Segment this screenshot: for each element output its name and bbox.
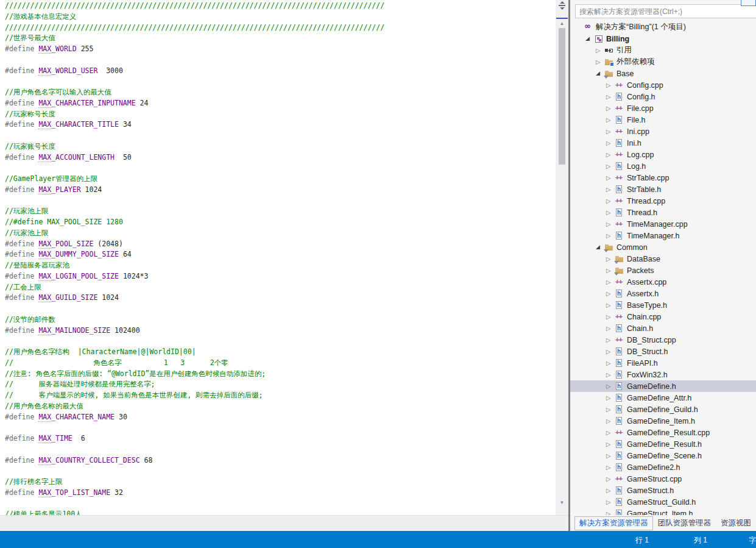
tree-item[interactable]: ▷TimeManager.cpp [570, 218, 756, 230]
expand-icon[interactable]: ▷ [606, 149, 615, 160]
tree-item[interactable]: ▷Log.h [570, 160, 756, 172]
expand-icon[interactable]: ▷ [606, 183, 615, 195]
tree-item[interactable]: ◢Base [570, 68, 756, 79]
code-line[interactable]: #define MAX_TOP_LIST_NAME 32 [5, 488, 556, 499]
tab-solution-explorer[interactable]: 解决方案资源管理器 [574, 516, 653, 530]
expand-icon[interactable]: ▷ [606, 311, 615, 322]
expand-icon[interactable]: ▷ [606, 461, 615, 473]
code-line[interactable]: //登陆服务器玩家池 [5, 260, 556, 271]
tree-item[interactable]: ◢Billing [570, 33, 756, 44]
code-line[interactable] [5, 130, 556, 141]
tree-item[interactable]: ▷Assertx.cpp [570, 276, 756, 288]
code-line[interactable]: ////////////////////////////////////////… [5, 23, 556, 34]
editor-splitter-handle[interactable] [556, 0, 568, 11]
tree-item[interactable]: ▷引用 [570, 44, 756, 56]
code-line[interactable]: //用户角色名称的最大值 [5, 401, 556, 412]
code-line[interactable]: #define MAX_CHARACTER_TITLE 34 [5, 119, 556, 130]
code-line[interactable]: #define MAX_PLAYER 1024 [5, 185, 556, 196]
collapse-icon[interactable]: ◢ [596, 241, 604, 253]
code-line[interactable]: //世界号最大值 [5, 33, 556, 44]
tree-item[interactable]: ▷BaseType.h [570, 299, 756, 311]
code-line[interactable] [5, 336, 556, 347]
code-line[interactable]: #define MAX_POOL_SIZE (2048) [5, 239, 556, 250]
code-line[interactable] [5, 163, 556, 174]
tree-item[interactable]: ▷GameDefine_Guild.h [570, 404, 756, 415]
collapse-icon[interactable]: ◢ [596, 68, 604, 79]
expand-icon[interactable]: ▷ [606, 357, 615, 369]
tree-item[interactable]: ▷FileAPI.h [570, 357, 756, 369]
code-line[interactable]: //玩家称号长度 [5, 109, 556, 120]
expand-icon[interactable]: ▷ [606, 172, 615, 183]
code-line[interactable]: ////////////////////////////////////////… [5, 1, 556, 12]
expand-icon[interactable]: ▷ [606, 450, 615, 461]
expand-icon[interactable]: ▷ [606, 207, 615, 218]
tree-item[interactable]: ▷File.h [570, 114, 756, 126]
expand-icon[interactable]: ▷ [606, 369, 615, 380]
expand-icon[interactable]: ▷ [606, 276, 615, 288]
expand-icon[interactable]: ▷ [606, 404, 615, 415]
expand-icon[interactable]: ▷ [606, 508, 615, 515]
code-line[interactable]: #define MAX_WORLD 255 [5, 44, 556, 55]
tree-item[interactable]: ▷StrTable.h [570, 183, 756, 195]
tree-item[interactable]: ▷Assertx.h [570, 288, 756, 299]
tree-item[interactable]: ▷GameDefine_Scene.h [570, 450, 756, 461]
code-line[interactable]: #define MAX_CHARACTER_INPUTNAME 24 [5, 98, 556, 109]
tree-item[interactable]: ▷GameDefine2.h [570, 461, 756, 473]
tree-item[interactable]: ▷Chain.cpp [570, 311, 756, 322]
code-line[interactable]: #define MAX_ACCOUNT_LENGTH 50 [5, 152, 556, 163]
expand-icon[interactable]: ▷ [606, 102, 615, 114]
code-line[interactable]: //玩家账号长度 [5, 141, 556, 152]
expand-icon[interactable]: ▷ [606, 322, 615, 334]
expand-icon[interactable]: ▷ [606, 79, 615, 91]
tree-item[interactable]: ▷DB_Struct.h [570, 346, 756, 357]
tree-item[interactable]: ▷GameDefine_Result.h [570, 438, 756, 450]
code-line[interactable]: //工会上限 [5, 282, 556, 293]
code-line[interactable]: // 服务器端处理时候都是使用完整名字; [5, 379, 556, 390]
tree-item[interactable]: ▷Thread.cpp [570, 195, 756, 207]
expand-icon[interactable]: ▷ [606, 137, 615, 149]
tree-item[interactable]: ▷Config.h [570, 91, 756, 102]
tree-item[interactable]: ▷Ini.h [570, 137, 756, 149]
tree-item[interactable]: ▷DB_Struct.cpp [570, 334, 756, 346]
code-editor[interactable]: ////////////////////////////////////////… [0, 0, 556, 515]
expand-icon[interactable]: ▷ [606, 334, 615, 346]
code-line[interactable] [5, 304, 556, 315]
expand-icon[interactable]: ▷ [596, 44, 604, 56]
collapse-icon[interactable]: ◢ [585, 33, 594, 44]
expand-icon[interactable]: ▷ [606, 473, 615, 485]
code-line[interactable]: #define MAX_COUNTRY_COLLECT_DESC 68 [5, 455, 556, 466]
expand-icon[interactable]: ▷ [606, 253, 615, 265]
code-line[interactable]: #define MAX_CHARACTER_NAME 30 [5, 412, 556, 423]
code-line[interactable]: //没节的邮件数 [5, 315, 556, 326]
tree-item[interactable]: ▷Ini.cpp [570, 126, 756, 137]
expand-icon[interactable]: ▷ [606, 288, 615, 299]
expand-icon[interactable]: ▷ [606, 91, 615, 102]
scroll-down-icon[interactable]: ▼ [556, 500, 568, 505]
tree-item[interactable]: ▷GameDefine_Item.h [570, 415, 756, 427]
code-line[interactable]: #define MAX_WORLD_USER 3000 [5, 66, 556, 77]
code-line[interactable]: //玩家池上限 [5, 206, 556, 217]
tree-item[interactable]: ▷DataBase [570, 253, 756, 265]
tree-item[interactable]: ▷Packets [570, 265, 756, 276]
expand-icon[interactable]: ▷ [606, 126, 615, 137]
tree-item[interactable]: ▷File.cpp [570, 102, 756, 114]
expand-icon[interactable]: ▷ [606, 427, 615, 438]
vertical-scrollbar[interactable]: ▲ ▼ [556, 0, 568, 515]
expand-icon[interactable]: ▷ [596, 56, 604, 68]
tree-item[interactable]: ▷GameStruct.h [570, 485, 756, 496]
expand-icon[interactable]: ▷ [606, 392, 615, 404]
code-line[interactable]: //排行榜名字上限 [5, 477, 556, 488]
tree-item[interactable]: ▷StrTable.cpp [570, 172, 756, 183]
code-line[interactable]: //榜单上最多显示100人 [5, 509, 556, 515]
code-line[interactable]: //GamePlayer管理器的上限 [5, 174, 556, 185]
code-line[interactable] [5, 196, 556, 207]
code-line[interactable] [5, 55, 556, 66]
code-line[interactable] [5, 76, 556, 87]
tree-item[interactable]: ▷TimeManager.h [570, 230, 756, 241]
editor-horizontal-scrollbar[interactable] [0, 515, 568, 531]
code-line[interactable]: //玩家池上限 [5, 228, 556, 239]
tree-item[interactable]: ▷FoxWin32.h [570, 369, 756, 380]
expand-icon[interactable]: ▷ [606, 438, 615, 450]
code-line[interactable] [5, 499, 556, 510]
code-line[interactable]: //游戏基本信息宏定义 [5, 12, 556, 23]
